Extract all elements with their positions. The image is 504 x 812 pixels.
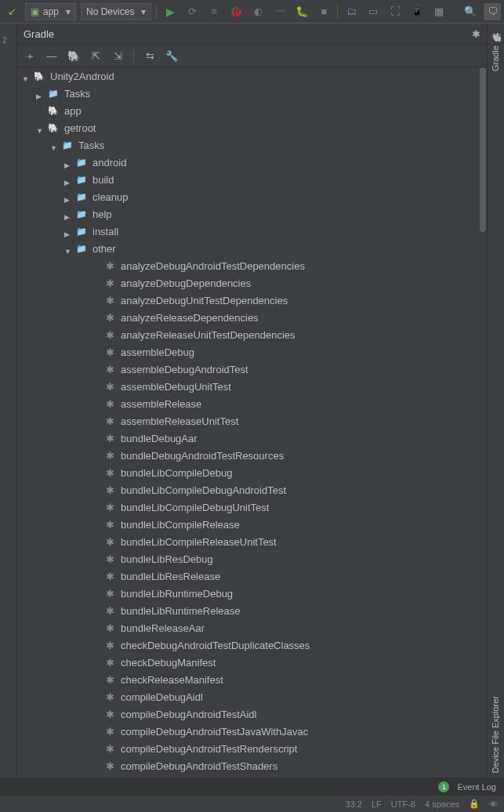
gear-icon[interactable]: ✱	[468, 28, 484, 40]
gradle-task[interactable]: analyzeDebugUnitTestDependencies	[17, 292, 487, 309]
gradle-task[interactable]: bundleReleaseAar	[17, 619, 487, 636]
file-encoding[interactable]: UTF-8	[391, 799, 415, 809]
avd-manager-icon[interactable]: ▭	[364, 3, 382, 20]
gradle-task[interactable]: bundleDebugAndroidTestResources	[17, 447, 487, 464]
resource-manager-icon[interactable]: 📱	[408, 3, 426, 20]
layout-inspector-icon[interactable]: ▦	[430, 3, 448, 20]
apply-code-icon[interactable]: ≡	[205, 3, 223, 20]
caret-position[interactable]: 33:2	[346, 799, 362, 809]
collapse-all-icon[interactable]: ⇲	[111, 50, 124, 62]
gradle-task[interactable]: assembleDebugUnitTest	[17, 378, 487, 395]
gradle-task[interactable]: analyzeReleaseUnitTestDependencies	[17, 326, 487, 343]
profile-icon[interactable]: 〰	[271, 3, 288, 20]
expand-arrow-icon[interactable]	[36, 89, 44, 97]
tree-label: Unity2Android	[50, 71, 114, 82]
tree-root[interactable]: Unity2Android	[17, 67, 487, 85]
sdk-manager-icon[interactable]: ⛶	[386, 3, 404, 20]
expand-arrow-icon[interactable]	[50, 141, 58, 149]
gutter-tab-number[interactable]: 2	[2, 36, 7, 45]
gradle-task[interactable]: assembleRelease	[17, 395, 487, 412]
notifications-icon[interactable]: 🗨	[484, 3, 501, 20]
expand-arrow-icon[interactable]	[36, 124, 44, 132]
wrench-icon[interactable]: 🔧	[165, 50, 178, 62]
panel-title: Gradle	[24, 28, 54, 40]
device-selector[interactable]: No Devices ▾	[81, 3, 151, 20]
add-icon[interactable]: ＋	[24, 49, 36, 63]
stop-icon[interactable]: ■	[315, 3, 332, 20]
gradle-task[interactable]: bundleLibCompileDebug	[17, 464, 487, 481]
run-icon[interactable]: ▶	[161, 3, 179, 20]
gradle-tree[interactable]: Unity2Android Tasks app getroot Tasks an…	[17, 67, 487, 778]
gradle-task[interactable]: assembleDebugAndroidTest	[17, 361, 487, 378]
expand-all-icon[interactable]: ⇱	[89, 50, 102, 62]
gradle-task[interactable]: compileDebugAndroidTestJavaWithJavac	[17, 723, 487, 740]
gradle-task[interactable]: bundleDebugAar	[17, 430, 487, 447]
device-file-explorer-tab[interactable]: ▭ Device File Explorer	[488, 690, 502, 792]
sync-icon[interactable]: 🗂	[343, 3, 360, 20]
main-toolbar: ↙ ▣ app ▾ No Devices ▾ ▶ ⟳ ≡ 🐞 ◐ 〰 🐛 ■ 🗂…	[0, 0, 504, 24]
memory-indicator-icon[interactable]: 👁	[489, 799, 498, 809]
debug-icon[interactable]: 🐞	[227, 3, 245, 20]
remove-icon[interactable]: —	[45, 50, 58, 62]
expand-arrow-icon[interactable]	[64, 210, 72, 218]
scrollbar-thumb[interactable]	[480, 67, 486, 232]
line-separator[interactable]: LF	[372, 799, 382, 809]
tree-label: assembleDebugUnitTest	[121, 381, 231, 393]
gradle-task[interactable]: bundleLibResDebug	[17, 550, 487, 567]
search-icon[interactable]: 🔍	[462, 3, 479, 20]
coverage-icon[interactable]: ◐	[249, 3, 267, 20]
tree-folder-other[interactable]: other	[17, 240, 487, 257]
gradle-task[interactable]: checkDebugAndroidTestDuplicateClasses	[17, 636, 487, 654]
gradle-task[interactable]: bundleLibRuntimeDebug	[17, 585, 487, 602]
expand-arrow-icon[interactable]	[64, 245, 72, 252]
back-icon[interactable]: ↙	[3, 3, 20, 20]
no-arrow	[92, 400, 100, 408]
expand-arrow-icon[interactable]	[64, 193, 72, 201]
folder-icon	[61, 139, 74, 151]
event-log-button[interactable]: Event Log	[457, 782, 496, 792]
scrollbar[interactable]	[479, 67, 487, 778]
gradle-task[interactable]: bundleLibCompileDebugUnitTest	[17, 498, 487, 516]
gradle-tab[interactable]: Gradle 🐘	[488, 27, 502, 78]
gradle-task[interactable]: compileDebugAndroidTestAidl	[17, 705, 487, 723]
gradle-task[interactable]: bundleLibResRelease	[17, 567, 487, 585]
attach-debugger-icon[interactable]: 🐛	[293, 3, 310, 20]
indent-setting[interactable]: 4 spaces	[425, 799, 459, 809]
gradle-task[interactable]: analyzeDebugAndroidTestDependencies	[17, 257, 487, 274]
apply-changes-icon[interactable]: ⟳	[183, 3, 201, 20]
tree-folder-install[interactable]: install	[17, 223, 487, 240]
no-arrow	[92, 348, 100, 356]
no-arrow	[92, 555, 100, 563]
tree-module-getroot[interactable]: getroot	[17, 119, 487, 136]
tree-folder-help[interactable]: help	[17, 205, 487, 223]
gradle-task[interactable]: bundleLibCompileReleaseUnitTest	[17, 533, 487, 550]
gradle-task[interactable]: checkReleaseManifest	[17, 671, 487, 688]
refresh-icon[interactable]: 🐘	[67, 50, 80, 62]
gradle-task[interactable]: bundleLibCompileDebugAndroidTest	[17, 481, 487, 498]
gradle-task[interactable]: assembleReleaseUnitTest	[17, 412, 487, 430]
gradle-task[interactable]: bundleLibRuntimeRelease	[17, 602, 487, 619]
tree-label: compileDebugAndroidTestAidl	[121, 709, 256, 720]
tree-folder-android[interactable]: android	[17, 154, 487, 171]
tree-tasks[interactable]: Tasks	[17, 85, 487, 102]
gradle-task[interactable]: checkDebugManifest	[17, 654, 487, 671]
gear-icon	[103, 570, 116, 582]
gradle-task[interactable]: compileDebugAndroidTestShaders	[17, 757, 487, 774]
gradle-task[interactable]: analyzeDebugDependencies	[17, 274, 487, 292]
expand-arrow-icon[interactable]	[22, 72, 30, 80]
gradle-task[interactable]: bundleLibCompileRelease	[17, 516, 487, 533]
tree-folder-cleanup[interactable]: cleanup	[17, 188, 487, 205]
gradle-task[interactable]: compileDebugAidl	[17, 688, 487, 705]
tree-folder-build[interactable]: build	[17, 171, 487, 188]
tree-module-app[interactable]: app	[17, 102, 487, 119]
expand-arrow-icon[interactable]	[64, 227, 72, 235]
tree-tasks[interactable]: Tasks	[17, 136, 487, 154]
expand-arrow-icon[interactable]	[64, 176, 72, 183]
module-selector[interactable]: ▣ app ▾	[25, 3, 76, 20]
lock-icon[interactable]: 🔒	[469, 799, 480, 809]
gradle-task[interactable]: compileDebugAndroidTestRenderscript	[17, 740, 487, 757]
gradle-task[interactable]: analyzeReleaseDependencies	[17, 309, 487, 326]
gradle-task[interactable]: assembleDebug	[17, 343, 487, 361]
expand-arrow-icon[interactable]	[64, 158, 72, 166]
toggle-offline-icon[interactable]: ⇆	[143, 50, 156, 62]
